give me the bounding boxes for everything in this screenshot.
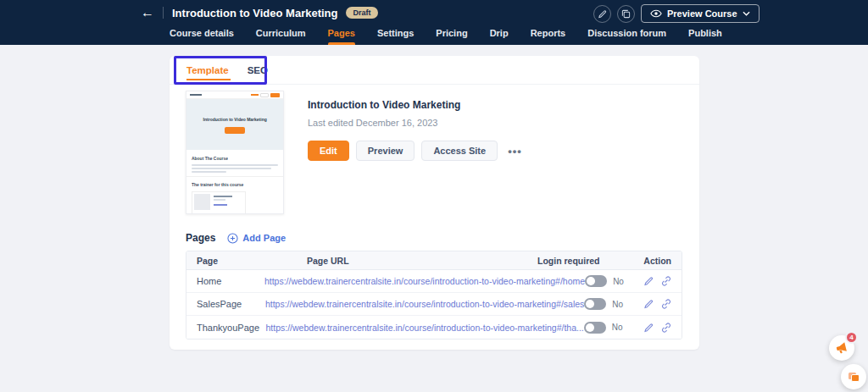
divider — [163, 7, 164, 19]
thumb-hero: Introduction to Video Marketing — [186, 99, 283, 150]
edit-page-icon[interactable] — [643, 299, 654, 309]
copy-link-icon[interactable] — [661, 276, 671, 286]
login-required-toggle[interactable] — [584, 298, 606, 310]
thumb-logo — [190, 94, 202, 96]
template-seo-tabstrip: Template SEO — [170, 56, 699, 85]
thumb-signup-button — [270, 93, 280, 97]
page-url-link[interactable]: https://webdew.trainercentralsite.in/cou… — [265, 299, 584, 309]
col-header-action: Action — [632, 256, 682, 266]
thumb-text-line — [192, 168, 271, 169]
announcements-button[interactable]: 4 — [829, 335, 854, 361]
edit-icon-button[interactable] — [593, 5, 611, 23]
thumb-header — [186, 91, 283, 99]
notification-badge: 4 — [845, 331, 858, 344]
eye-icon — [650, 9, 662, 18]
col-header-login-required: Login required — [537, 256, 632, 266]
megaphone-icon — [835, 341, 849, 355]
thumb-more-info-link-bar — [214, 204, 227, 206]
thumb-trainer-section: The trainer for this course — [186, 176, 283, 214]
tab-seo[interactable]: SEO — [248, 56, 268, 84]
pages-table: Page Page URL Login required Action Home… — [186, 251, 682, 340]
page-name: SalesPage — [186, 299, 265, 309]
template-thumbnail[interactable]: Introduction to Video Marketing About Th… — [186, 91, 284, 214]
thumb-trainer-heading: The trainer for this course — [192, 182, 239, 187]
course-title: Introduction to Video Marketing — [172, 7, 337, 19]
edit-page-icon[interactable] — [643, 276, 654, 286]
thumb-hero-title: Introduction to Video Marketing — [203, 118, 266, 123]
thumb-text-line — [192, 171, 226, 173]
template-area: Introduction to Video Marketing About Th… — [186, 91, 526, 214]
top-navigation-bar: ← Introduction to Video Marketing Draft … — [0, 0, 868, 45]
toggle-state-label: No — [612, 323, 623, 332]
page-url-link[interactable]: https://webdew.trainercentralsite.in/cou… — [264, 276, 585, 286]
pages-heading: Pages — [186, 232, 215, 244]
tab-settings[interactable]: Settings — [377, 24, 414, 45]
thumb-about-section: About The Course — [186, 150, 283, 176]
table-row: ThankyouPage https://webdew.trainercentr… — [186, 316, 682, 339]
tab-pricing[interactable]: Pricing — [436, 24, 467, 45]
tab-discussion-forum[interactable]: Discussion forum — [587, 24, 666, 45]
last-edited-text: Last edited December 16, 2023 — [308, 118, 526, 128]
page-name: Home — [186, 276, 264, 286]
page-url-link[interactable]: https://webdew.trainercentralsite.in/cou… — [266, 323, 584, 333]
thumb-signin-button — [260, 93, 269, 97]
tab-publish[interactable]: Publish — [688, 24, 722, 45]
course-nav-tabs: Course details Curriculum Pages Settings… — [170, 24, 722, 45]
thumb-link-bar — [251, 94, 259, 96]
chat-support-button[interactable] — [841, 364, 866, 389]
col-header-page-url: Page URL — [307, 256, 537, 266]
tab-course-details[interactable]: Course details — [170, 24, 234, 45]
thumb-trainer-card — [192, 191, 246, 214]
tab-reports[interactable]: Reports — [531, 24, 566, 45]
thumb-trainer-name-bar — [214, 196, 232, 197]
table-header-row: Page Page URL Login required Action — [186, 251, 682, 270]
plus-circle-icon — [227, 233, 238, 244]
login-required-toggle[interactable] — [585, 275, 607, 287]
pencil-icon — [598, 9, 607, 19]
copy-link-icon[interactable] — [661, 323, 671, 333]
template-title: Introduction to Video Marketing — [308, 99, 526, 111]
access-site-button[interactable]: Access Site — [421, 141, 498, 161]
preview-course-label: Preview Course — [667, 8, 737, 19]
chat-windows-icon — [847, 370, 860, 384]
tab-template[interactable]: Template — [186, 56, 229, 84]
tab-curriculum[interactable]: Curriculum — [256, 24, 306, 45]
page-name: ThankyouPage — [186, 323, 266, 333]
col-header-page: Page — [186, 256, 307, 266]
copy-icon — [621, 9, 631, 19]
chevron-down-icon — [743, 11, 750, 16]
tab-drip[interactable]: Drip — [490, 24, 509, 45]
thumb-about-heading: About The Course — [192, 156, 239, 161]
toggle-state-label: No — [612, 300, 623, 309]
tab-pages[interactable]: Pages — [328, 24, 355, 45]
thumb-cta-button — [225, 127, 245, 134]
copy-link-icon[interactable] — [661, 299, 671, 309]
table-row: Home https://webdew.trainercentralsite.i… — [186, 270, 682, 293]
table-row: SalesPage https://webdew.trainercentrals… — [186, 293, 682, 316]
preview-course-button[interactable]: Preview Course — [641, 4, 760, 23]
edit-button[interactable]: Edit — [308, 141, 349, 161]
thumb-text-line — [192, 164, 278, 166]
more-options-button[interactable]: ••• — [504, 145, 526, 157]
toggle-state-label: No — [613, 277, 624, 286]
edit-page-icon[interactable] — [643, 323, 654, 333]
copy-icon-button[interactable] — [617, 5, 635, 23]
login-required-toggle[interactable] — [584, 322, 606, 334]
pages-card: Template SEO Introduction to Video Marke… — [170, 56, 699, 350]
draft-status-badge: Draft — [346, 7, 377, 19]
preview-button[interactable]: Preview — [356, 141, 415, 161]
add-page-label: Add Page — [242, 233, 286, 243]
back-button[interactable]: ← — [141, 6, 154, 19]
template-info: Introduction to Video Marketing Last edi… — [308, 91, 526, 214]
thumb-trainer-sub-bar — [214, 199, 225, 201]
thumb-avatar — [194, 194, 210, 210]
add-page-button[interactable]: Add Page — [227, 233, 286, 244]
